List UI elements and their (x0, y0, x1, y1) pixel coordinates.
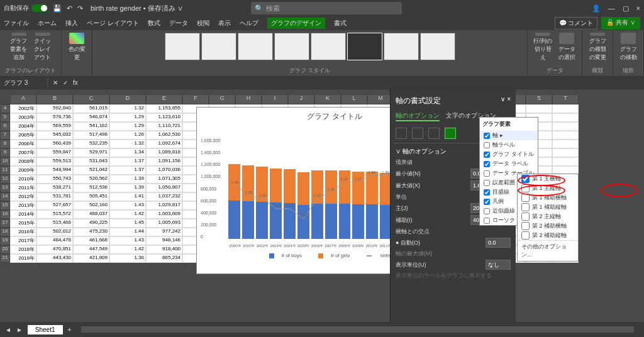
scroll-left-icon[interactable]: ◄ (5, 326, 11, 333)
cell[interactable]: 1,062,530 (146, 131, 182, 140)
row-header[interactable]: 12 (0, 175, 10, 184)
cell[interactable]: 470,851 (36, 245, 73, 254)
col-header[interactable]: S (526, 94, 552, 104)
cell[interactable]: 1.26 (109, 131, 146, 140)
row-header[interactable]: 10 (0, 157, 10, 166)
cell[interactable]: 531,643 (73, 157, 109, 166)
effects-icon[interactable] (412, 128, 423, 139)
cell[interactable]: 1.32 (109, 104, 146, 113)
cell[interactable]: 559,847 (36, 148, 73, 157)
col-header[interactable]: T (552, 94, 579, 104)
cell[interactable]: 531,781 (36, 192, 73, 201)
y-axis-primary[interactable]: 0200,000400,000600,000800,0001,000,0001,… (201, 138, 220, 239)
cell[interactable]: 1,050,807 (146, 184, 182, 192)
cell[interactable]: 1.44 (109, 228, 146, 236)
row-header[interactable]: 20 (0, 245, 10, 254)
close-pane-icon[interactable]: ∨ × (501, 96, 511, 106)
add-chart-element-button[interactable]: グラフ要素を追加 (9, 33, 29, 62)
comment-button[interactable]: 💬 コメント (555, 17, 598, 30)
chart-element-item[interactable]: データ ラベル (480, 159, 538, 168)
cell[interactable]: 461,668 (73, 236, 109, 245)
chart-style-thumb[interactable] (420, 33, 455, 60)
redo-icon[interactable]: ↷ (77, 4, 83, 13)
change-chart-type-button[interactable]: グラフの種類の変更 (587, 33, 608, 62)
cell[interactable]: 546,874 (73, 113, 109, 122)
cell[interactable] (552, 122, 579, 131)
row-header[interactable]: 16 (0, 210, 10, 219)
row-header[interactable]: 5 (0, 113, 10, 122)
cell[interactable]: 977,242 (146, 228, 182, 236)
switch-rowcol-button[interactable]: 行/列の切り替え (533, 33, 553, 62)
cell[interactable]: 2007年 (10, 148, 36, 157)
toggle-on-icon[interactable] (31, 4, 48, 12)
cell[interactable]: 421,809 (73, 254, 109, 263)
cell[interactable]: 1,091,156 (146, 157, 182, 166)
cell[interactable]: 512,536 (73, 184, 109, 192)
menu-insert[interactable]: 挿入 (65, 19, 78, 28)
cell[interactable]: 545,032 (36, 131, 73, 140)
col-header[interactable]: D (109, 94, 146, 104)
cell[interactable]: 2014年 (10, 210, 36, 219)
search-input[interactable]: 🔍 検索 (251, 2, 402, 14)
row-header[interactable]: 18 (0, 228, 10, 236)
cell[interactable]: 488,037 (73, 210, 109, 219)
col-header[interactable]: G (209, 94, 235, 104)
cross-auto-radio[interactable]: ● 自動(O) (396, 239, 420, 247)
chart-element-item[interactable]: 軸ラベル (480, 140, 538, 150)
cell[interactable]: 2004年 (10, 122, 36, 131)
axis-submenu-item[interactable]: 第 2 補助縦軸 (518, 231, 578, 240)
row-header[interactable]: 8 (0, 140, 10, 148)
chart-style-thumb[interactable] (347, 33, 382, 60)
col-header[interactable]: C (73, 94, 109, 104)
cell[interactable]: 918,400 (146, 245, 182, 254)
cell[interactable]: 541,162 (73, 122, 109, 131)
axis-options-tab[interactable]: 軸のオプション (396, 111, 440, 121)
cell[interactable]: 576,736 (36, 113, 73, 122)
cell[interactable]: 529,971 (73, 148, 109, 157)
cell[interactable]: 1.42 (109, 245, 146, 254)
fill-icon[interactable] (396, 128, 407, 139)
sheet-tab-sheet1[interactable]: Sheet1 (28, 325, 63, 334)
axis-submenu-item[interactable]: 第 1 補助縦軸 (518, 202, 578, 212)
cell[interactable] (552, 157, 579, 166)
cell[interactable]: 1.45 (109, 219, 146, 228)
cell[interactable]: 532,235 (73, 140, 109, 148)
cell[interactable]: 2006年 (10, 140, 36, 148)
cross-axismax-radio[interactable]: 軸の最大値(M) (396, 250, 433, 258)
cell[interactable] (552, 131, 579, 140)
cell[interactable] (552, 113, 579, 122)
cell[interactable]: 1,071,305 (146, 175, 182, 184)
cell[interactable]: 2017年 (10, 236, 36, 245)
row-header[interactable]: 21 (0, 254, 10, 263)
cell[interactable]: 515,468 (36, 219, 73, 228)
chart-style-thumb[interactable] (201, 33, 236, 60)
size-icon[interactable] (428, 128, 440, 139)
cell[interactable]: 1,005,693 (146, 219, 182, 228)
row-header[interactable]: 17 (0, 219, 10, 228)
cell[interactable]: 1.36 (109, 254, 146, 263)
cell[interactable]: 1,123,610 (146, 113, 182, 122)
cell[interactable] (552, 140, 579, 148)
axis-submenu-item[interactable]: 第 2 主縦軸 (518, 212, 578, 221)
autosave-toggle[interactable]: 自動保存 (4, 4, 48, 13)
cell[interactable]: 517,498 (73, 131, 109, 140)
cell[interactable]: 2013年 (10, 201, 36, 210)
cell[interactable]: 548,994 (36, 166, 73, 175)
cell[interactable]: 527,657 (36, 201, 73, 210)
chart-element-item[interactable]: 軸 ▸ (480, 131, 538, 140)
col-header[interactable]: E (146, 94, 182, 104)
more-axis-options[interactable]: その他のオプション... (518, 240, 578, 261)
cell[interactable] (552, 148, 579, 157)
cell[interactable]: 560,439 (36, 140, 73, 148)
menu-view[interactable]: 表示 (218, 19, 231, 28)
cell[interactable]: 515,572 (36, 210, 73, 219)
horizontal-scrollbar[interactable] (81, 326, 634, 333)
cell[interactable]: 550,743 (36, 175, 73, 184)
fx-icon[interactable]: fx (73, 79, 78, 86)
new-sheet-button[interactable]: + (68, 326, 72, 333)
change-colors-button[interactable]: 色の変更 (67, 33, 87, 62)
col-header[interactable]: K (314, 94, 341, 104)
cell[interactable]: 592,840 (36, 104, 73, 113)
cell[interactable] (552, 104, 579, 113)
enter-icon[interactable]: ✓ (63, 79, 68, 86)
